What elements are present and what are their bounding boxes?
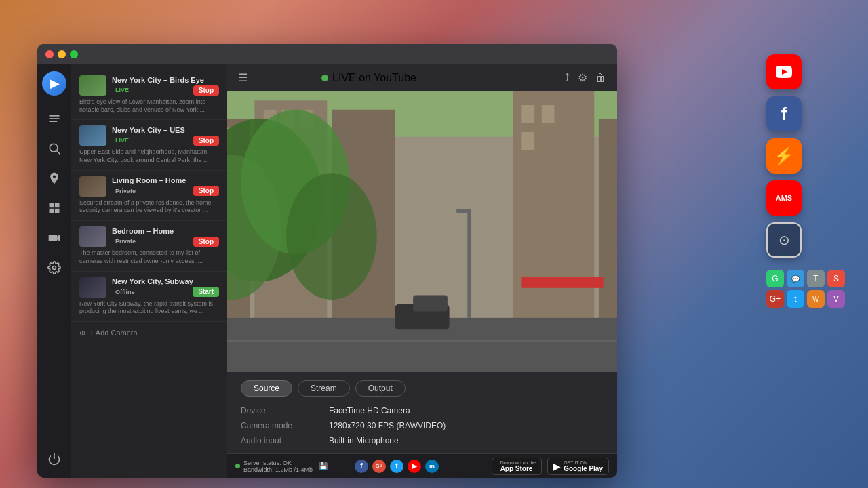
camera-action-button[interactable]: Stop: [193, 186, 219, 196]
camera-item[interactable]: Living Room – Home Private Stop Secured …: [71, 171, 227, 221]
app-small-3[interactable]: T: [807, 270, 825, 287]
svg-rect-34: [227, 340, 617, 342]
camera-description: Secured stream of a private residence, t…: [79, 199, 219, 215]
audio-input-value: Built-in Microphone: [329, 436, 399, 445]
video-preview: [227, 92, 617, 372]
minimize-button[interactable]: [58, 50, 66, 58]
google-play-sub: GET IT ON: [564, 460, 603, 465]
camera-description: Upper East Side and neighborhood, Manhat…: [79, 148, 219, 164]
social-twitter[interactable]: t: [390, 460, 403, 473]
add-camera-button[interactable]: ⊕ + Add Camera: [71, 322, 227, 344]
svg-rect-2: [50, 121, 58, 122]
svg-rect-27: [599, 119, 617, 345]
svg-rect-36: [413, 295, 448, 311]
top-actions: ⤴ ⚙ 🗑: [564, 71, 606, 84]
camera-status: LIVE: [112, 136, 132, 144]
svg-point-31: [286, 173, 377, 300]
sidebar-item-list[interactable]: [42, 196, 66, 220]
svg-rect-23: [513, 92, 594, 327]
settings-button[interactable]: ⚙: [578, 71, 587, 84]
svg-point-3: [50, 144, 58, 152]
camera-action-button[interactable]: Stop: [193, 85, 219, 96]
google-play-badge[interactable]: ▶ GET IT ON Google Play: [547, 458, 609, 475]
camera-thumbnail: [79, 176, 106, 197]
camera-action-button[interactable]: Start: [193, 287, 219, 297]
tab-stream[interactable]: Stream: [298, 380, 350, 396]
svg-rect-25: [542, 105, 555, 123]
delete-button[interactable]: 🗑: [595, 71, 606, 84]
social-facebook[interactable]: f: [355, 460, 368, 473]
tab-source[interactable]: Source: [241, 380, 292, 396]
bottom-panel: Source Stream Output Device FaceTime HD …: [227, 372, 617, 453]
share-button[interactable]: ⤴: [564, 71, 570, 84]
camera-item[interactable]: Bedroom – Home Private Stop The master b…: [71, 221, 227, 271]
camera-mode-value: 868x488 30 FPS (RAWVIDEO): [329, 421, 446, 430]
social-youtube[interactable]: ▶: [408, 460, 421, 473]
title-bar: [37, 44, 617, 64]
svg-rect-26: [521, 132, 534, 150]
close-button[interactable]: [45, 50, 54, 58]
camera-description: Bird's-eye view of Lower Manhattan, zoom…: [79, 98, 219, 114]
svg-rect-9: [49, 235, 58, 241]
camera-description: The master bedroom, connected to my list…: [79, 249, 219, 265]
svg-rect-24: [521, 105, 534, 123]
svg-point-11: [53, 266, 56, 270]
app-target[interactable]: ⊙: [766, 222, 802, 258]
camera-action-button[interactable]: Stop: [193, 136, 219, 146]
camera-name: Bedroom – Home: [112, 227, 219, 235]
camera-status: Offline: [112, 288, 138, 296]
app-small-1[interactable]: G: [766, 270, 784, 287]
sidebar-item-power[interactable]: [42, 447, 66, 471]
sidebar-item-location[interactable]: [42, 166, 66, 190]
app-small-6[interactable]: t: [787, 290, 804, 308]
app-logo[interactable]: ▶: [42, 71, 66, 96]
google-play-label: Google Play: [564, 465, 603, 472]
app-small-7[interactable]: W: [807, 290, 825, 308]
sidebar-item-library[interactable]: [42, 106, 66, 131]
sidebar-item-video[interactable]: [42, 226, 66, 250]
sidebar-item-settings[interactable]: [42, 256, 66, 280]
sidebar-item-search[interactable]: [42, 136, 66, 161]
tab-output[interactable]: Output: [355, 380, 406, 396]
camera-name: New York City – Birds Eye: [112, 76, 219, 84]
app-youtube[interactable]: [766, 54, 802, 89]
live-status-text: LIVE on YouTube: [332, 72, 416, 84]
device-row: Device FaceTime HD Camera: [241, 406, 604, 415]
app-facebook[interactable]: f: [766, 96, 802, 131]
camera-action-button[interactable]: Stop: [193, 237, 219, 247]
app-small-8[interactable]: V: [827, 290, 845, 308]
add-camera-icon: ⊕: [79, 329, 85, 338]
hdd-icon: 💾: [319, 462, 328, 470]
social-icons: f G+ t ▶ in: [355, 460, 439, 473]
right-sidebar: f ⚡ AMS ⊙ G 💬 T S G+ t W V: [766, 54, 848, 308]
app-small-2[interactable]: 💬: [787, 270, 804, 287]
menu-button[interactable]: ☰: [238, 71, 248, 84]
social-linkedin[interactable]: in: [425, 460, 439, 473]
camera-name: Living Room – Home: [112, 176, 219, 184]
camera-status: Private: [112, 187, 139, 195]
add-camera-label: + Add Camera: [90, 329, 138, 337]
svg-rect-6: [55, 203, 60, 208]
camera-thumbnail: [79, 277, 106, 298]
app-small-5[interactable]: G+: [766, 290, 784, 308]
svg-rect-7: [50, 209, 54, 214]
audio-input-label: Audio input: [241, 436, 329, 445]
app-thunder[interactable]: ⚡: [766, 138, 802, 174]
camera-item[interactable]: New York City – Birds Eye LIVE Stop Bird…: [71, 70, 227, 120]
app-store-badge[interactable]: Download on the App Store: [492, 458, 542, 475]
camera-thumbnail: [79, 125, 106, 146]
window-controls: [45, 50, 78, 58]
camera-item[interactable]: New York City, Subway Offline Start New …: [71, 272, 227, 322]
social-googleplus[interactable]: G+: [372, 460, 386, 473]
camera-item[interactable]: New York City – UES LIVE Stop Upper East…: [71, 120, 227, 170]
device-label: Device: [241, 406, 329, 415]
app-adobe-ams[interactable]: AMS: [766, 180, 802, 216]
camera-mode-row: Camera mode 868x488 30 FPS (RAWVIDEO): [241, 421, 604, 430]
svg-rect-37: [467, 209, 471, 318]
server-status-text: Server status: OK: [243, 460, 313, 466]
camera-description: New York City Subway, the rapid transit …: [79, 300, 219, 316]
server-status: Server status: OK Bandwidth: 1.2Mb /1.4M…: [235, 460, 328, 473]
maximize-button[interactable]: [70, 50, 78, 58]
app-small-4[interactable]: S: [827, 270, 845, 287]
street-scene-bg: [227, 92, 617, 372]
